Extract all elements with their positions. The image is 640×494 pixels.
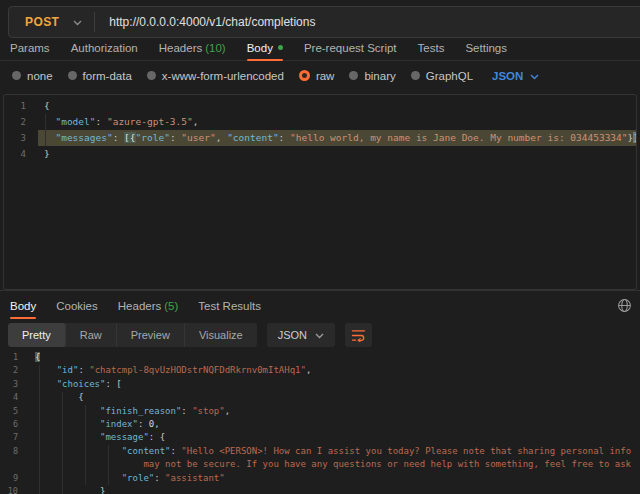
code-text: "finish_reason": "stop",	[27, 405, 640, 418]
view-mode-segmented-control: Pretty Raw Preview Visualize	[8, 323, 257, 347]
tab-label: Params	[10, 42, 50, 54]
radio-icon	[68, 71, 77, 80]
code-text: "index": 0,	[27, 418, 640, 431]
indent-guide	[39, 365, 40, 494]
mode-binary[interactable]: binary	[349, 70, 395, 82]
tab-pre-request-script[interactable]: Pre-request Script	[304, 39, 397, 60]
code-line: 5 "finish_reason": "stop",	[0, 405, 640, 418]
headers-count: (10)	[205, 42, 225, 54]
line-number: 4	[4, 146, 38, 162]
indent-guide	[85, 405, 86, 485]
code-line: 3 "choices": [	[0, 378, 640, 391]
code-text: {	[38, 98, 636, 114]
line-number: 8	[0, 445, 27, 458]
language-label: JSON	[278, 329, 307, 341]
line-number: 10	[0, 485, 27, 494]
tab-label: Body	[247, 42, 273, 54]
response-tab-test-results[interactable]: Test Results	[198, 297, 261, 318]
response-tabs: Body Cookies Headers(5) Test Results	[0, 291, 640, 318]
mode-label: none	[27, 70, 53, 82]
mode-form-data[interactable]: form-data	[68, 70, 132, 82]
code-line: 2 "id": "chatcmpl-8qvUzHODstrNQFDdRkrnv0…	[0, 364, 640, 377]
code-line: 6 "index": 0,	[0, 418, 640, 431]
radio-icon	[147, 71, 156, 80]
mode-label: GraphQL	[426, 70, 473, 82]
line-number: 6	[0, 418, 27, 431]
tab-headers[interactable]: Headers(10)	[159, 39, 226, 60]
code-text: "messages": [{"role": "user", "content":…	[38, 130, 637, 146]
request-language-selector[interactable]: JSON	[492, 70, 539, 82]
code-line: may not be secure. If you have any quest…	[0, 458, 640, 471]
tab-label: Cookies	[56, 300, 98, 312]
mode-x-www-form-urlencoded[interactable]: x-www-form-urlencoded	[147, 70, 284, 82]
mode-label: binary	[364, 70, 395, 82]
request-body-editor[interactable]: 1{2 "model": "azure-gpt-3.5",3 "messages…	[3, 94, 637, 290]
indent-guide	[62, 392, 63, 494]
view-raw-button[interactable]: Raw	[65, 323, 116, 347]
tab-body[interactable]: Body	[247, 39, 283, 60]
body-mode-row: none form-data x-www-form-urlencoded raw…	[0, 62, 640, 89]
code-line: 3 "messages": [{"role": "user", "content…	[4, 130, 636, 146]
mode-label: form-data	[83, 70, 132, 82]
tab-label: Tests	[418, 42, 445, 54]
line-number: 5	[0, 405, 27, 418]
mode-graphql[interactable]: GraphQL	[411, 70, 473, 82]
response-headers-count: (5)	[164, 300, 178, 312]
mode-none[interactable]: none	[12, 70, 53, 82]
language-label: JSON	[492, 70, 523, 82]
code-line: 7 "message": {	[0, 431, 640, 444]
indent-guide	[45, 114, 46, 146]
code-line: 1{	[0, 351, 640, 364]
tab-label: Authorization	[71, 42, 138, 54]
code-text: "message": {	[27, 431, 640, 444]
radio-icon	[411, 71, 420, 80]
tab-settings[interactable]: Settings	[465, 39, 507, 60]
code-text: }	[27, 485, 640, 494]
line-number: 7	[0, 431, 27, 444]
radio-selected-icon	[299, 70, 310, 81]
chevron-down-icon	[530, 70, 539, 82]
code-line: 2 "model": "azure-gpt-3.5",	[4, 114, 636, 130]
tab-tests[interactable]: Tests	[418, 39, 445, 60]
method-label: POST	[25, 15, 59, 29]
mode-label: x-www-form-urlencoded	[162, 70, 284, 82]
response-language-selector[interactable]: JSON	[267, 323, 335, 347]
code-text: "role": "assistant"	[27, 472, 640, 485]
code-line: 8 "content": "Hello <PERSON>! How can I …	[0, 445, 640, 458]
response-tab-cookies[interactable]: Cookies	[56, 297, 98, 318]
line-number: 2	[4, 114, 38, 130]
method-selector[interactable]: POST	[9, 15, 94, 29]
response-view-controls: Pretty Raw Preview Visualize JSON	[8, 323, 372, 347]
tab-label: Test Results	[198, 300, 261, 312]
wrap-text-icon[interactable]	[345, 323, 372, 347]
tab-label: Settings	[465, 42, 507, 54]
response-body-viewer[interactable]: 1{2 "id": "chatcmpl-8qvUzHODstrNQFDdRkrn…	[0, 351, 640, 494]
response-tab-headers[interactable]: Headers(5)	[118, 297, 179, 318]
body-modified-dot	[278, 45, 283, 50]
tab-label: Headers	[159, 42, 202, 54]
url-input[interactable]: http://0.0.0.0:4000/v1/chat/completions	[95, 15, 315, 29]
line-number: 2	[0, 364, 27, 377]
code-text: }	[38, 146, 636, 162]
line-number: 1	[4, 98, 38, 114]
mode-label: raw	[316, 70, 335, 82]
code-text: "model": "azure-gpt-3.5",	[38, 114, 636, 130]
code-text: {	[27, 351, 640, 364]
view-visualize-button[interactable]: Visualize	[184, 323, 257, 347]
view-preview-button[interactable]: Preview	[116, 323, 184, 347]
code-text: may not be secure. If you have any quest…	[27, 458, 640, 471]
globe-icon[interactable]	[617, 298, 632, 313]
tab-params[interactable]: Params	[10, 39, 50, 60]
code-text: "content": "Hello <PERSON>! How can I as…	[27, 445, 640, 458]
radio-icon	[349, 71, 358, 80]
line-number: 4	[0, 391, 27, 404]
code-line: 4}	[4, 146, 636, 162]
request-url-bar: POST http://0.0.0.0:4000/v1/chat/complet…	[8, 6, 640, 38]
mode-raw[interactable]: raw	[299, 70, 335, 82]
request-tabs: Params Authorization Headers(10) Body Pr…	[0, 39, 640, 61]
tab-authorization[interactable]: Authorization	[71, 39, 138, 60]
code-line: 9 "role": "assistant"	[0, 472, 640, 485]
response-tab-body[interactable]: Body	[10, 297, 36, 318]
view-pretty-button[interactable]: Pretty	[8, 323, 65, 347]
tab-label: Headers	[118, 300, 161, 312]
